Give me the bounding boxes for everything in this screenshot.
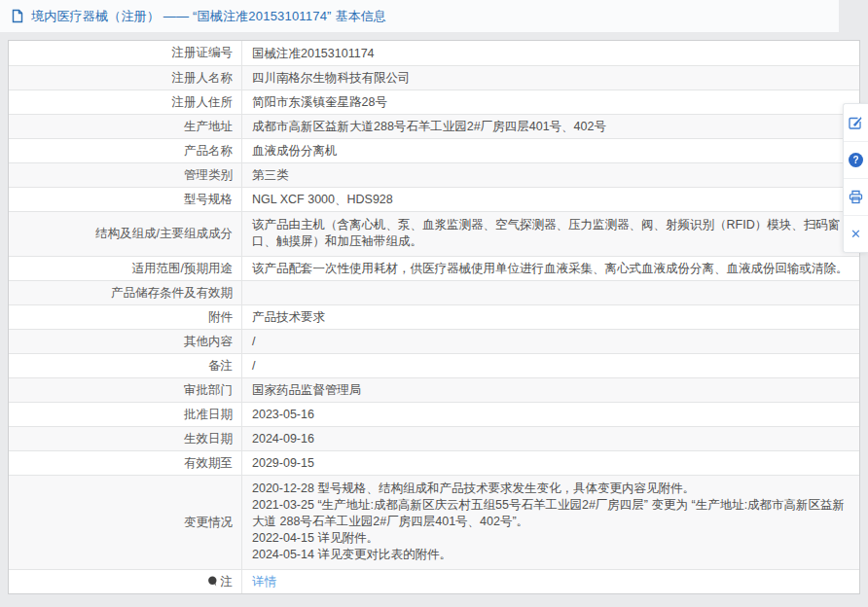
table-row: 备注 / [9, 353, 859, 377]
row-label: 结构及组成/主要组成成分 [9, 212, 242, 256]
row-value: 血液成份分离机 [242, 139, 859, 162]
row-label: 注册人住所 [9, 90, 242, 114]
row-label: 生产地址 [9, 115, 242, 138]
row-value: 产品技术要求 [242, 305, 859, 329]
table-row: 注册证编号 国械注准20153101174 [9, 41, 859, 65]
row-label: 型号规格 [9, 188, 242, 211]
row-label: 其他内容 [9, 330, 242, 353]
table-row: 结构及组成/主要组成成分 该产品由主机（含离心机、泵、血浆监测器、空气探测器、压… [9, 211, 859, 256]
table-row: 生产地址 成都市高新区益新大道288号石羊工业园2#厂房四层401号、402号 [9, 114, 859, 138]
row-value: 简阳市东溪镇奎星路28号 [242, 90, 859, 114]
row-value: 详情 [242, 570, 859, 593]
row-label: 注册证编号 [9, 41, 242, 65]
page-title: 境内医疗器械（注册） —— “国械注准20153101174” 基本信息 [31, 8, 386, 25]
table-row: 批准日期 2023-05-16 [9, 402, 859, 426]
edit-button[interactable] [844, 104, 868, 141]
row-label: 审批部门 [9, 378, 242, 402]
table-row: 型号规格 NGL XCF 3000、HDS928 [9, 187, 859, 211]
row-value: 2029-09-15 [242, 451, 859, 475]
row-label: 产品储存条件及有效期 [9, 281, 242, 304]
table-row: 管理类别 第三类 [9, 162, 859, 187]
table-row: 其他内容 / [9, 329, 859, 353]
row-label: 注 [9, 570, 242, 593]
change-line: 2021-03-25 “生产地址:成都高新区庆云村五组55号石羊工业园2#厂房四… [252, 497, 850, 530]
print-button[interactable] [844, 178, 868, 215]
row-value: 国械注准20153101174 [242, 41, 859, 65]
table-row: 有效期至 2029-09-15 [9, 450, 859, 475]
detail-link[interactable]: 详情 [252, 574, 276, 589]
table-row: 审批部门 国家药品监督管理局 [9, 377, 859, 402]
row-label: 管理类别 [9, 163, 242, 187]
edit-icon [849, 116, 863, 130]
row-value: NGL XCF 3000、HDS928 [242, 188, 859, 211]
change-line: 2020-12-28 型号规格、结构组成和产品技术要求发生变化，具体变更内容见附… [252, 481, 850, 497]
table-row: 附件 产品技术要求 [9, 304, 859, 329]
row-value: 国家药品监督管理局 [242, 378, 859, 402]
row-value: 该产品配套一次性使用耗材，供医疗器械使用单位进行血液采集、离心式血液成份分离、血… [242, 257, 859, 280]
change-line: 2022-04-15 详见附件。 [252, 530, 850, 547]
document-icon [11, 9, 24, 23]
row-value: 第三类 [242, 163, 859, 187]
table-row: 注册人住所 简阳市东溪镇奎星路28号 [9, 89, 859, 114]
table-row: 生效日期 2024-09-16 [9, 426, 859, 450]
row-label: 注册人名称 [9, 66, 242, 89]
table-row: 注册人名称 四川南格尔生物科技有限公司 [9, 65, 859, 89]
row-value [242, 281, 859, 304]
change-record: 2020-12-28 型号规格、结构组成和产品技术要求发生变化，具体变更内容见附… [242, 476, 859, 569]
change-line: 2024-05-14 详见变更对比表的附件。 [252, 547, 850, 563]
row-value: / [242, 354, 859, 377]
row-value: 四川南格尔生物科技有限公司 [242, 66, 859, 89]
close-button[interactable]: ✕ [844, 215, 868, 252]
row-value: / [242, 330, 859, 353]
row-value: 2023-05-16 [242, 403, 859, 426]
row-label: 备注 [9, 354, 242, 377]
floating-toolbar: ? ✕ [843, 103, 868, 253]
row-label: 批准日期 [9, 403, 242, 426]
page-header: 境内医疗器械（注册） —— “国械注准20153101174” 基本信息 [0, 0, 839, 32]
table-row: 变更情况 2020-12-28 型号规格、结构组成和产品技术要求发生变化，具体变… [9, 475, 859, 569]
row-label: 产品名称 [9, 139, 242, 162]
row-label: 附件 [9, 305, 242, 329]
row-label: 变更情况 [9, 476, 242, 569]
row-label: 有效期至 [9, 451, 242, 475]
row-value: 2024-09-16 [242, 427, 859, 450]
row-label: 生效日期 [9, 427, 242, 450]
table-row: 适用范围/预期用途 该产品配套一次性使用耗材，供医疗器械使用单位进行血液采集、离… [9, 256, 859, 280]
table-row: 产品名称 血液成份分离机 [9, 138, 859, 162]
table-row: 注 详情 [9, 569, 859, 593]
table-row: 产品储存条件及有效期 [9, 280, 859, 304]
row-value: 该产品由主机（含离心机、泵、血浆监测器、空气探测器、压力监测器、阀、射频识别（R… [242, 212, 859, 256]
registration-table: 注册证编号 国械注准20153101174 注册人名称 四川南格尔生物科技有限公… [8, 40, 860, 594]
help-button[interactable]: ? [844, 141, 868, 178]
row-value: 成都市高新区益新大道288号石羊工业园2#厂房四层401号、402号 [242, 115, 859, 138]
help-icon: ? [849, 153, 863, 167]
note-pin-icon [207, 576, 218, 588]
row-label: 适用范围/预期用途 [9, 257, 242, 280]
print-icon [849, 190, 863, 204]
close-icon: ✕ [850, 228, 861, 240]
